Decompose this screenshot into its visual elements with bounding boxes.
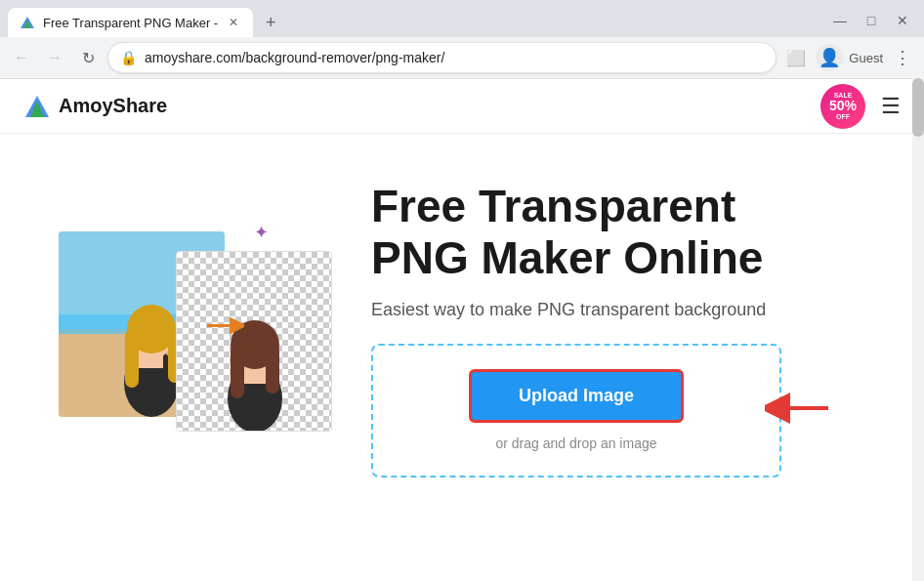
back-icon: ←: [14, 49, 29, 66]
nav-right: Sale 50% Off ☰: [820, 84, 901, 129]
refresh-button[interactable]: ↻: [74, 44, 102, 71]
sale-percent-text: 50%: [829, 99, 857, 113]
site-nav: AmoyShare Sale 50% Off ☰: [0, 79, 924, 134]
red-arrow-svg: [765, 389, 833, 428]
profile-button[interactable]: 👤: [816, 44, 843, 71]
after-person-svg: [177, 252, 332, 432]
image-demo: ✦ ✦: [59, 222, 332, 436]
hamburger-menu-button[interactable]: ☰: [881, 94, 901, 119]
profile-icon: 👤: [819, 47, 840, 68]
url-text: amoyshare.com/background-remover/png-mak…: [145, 50, 764, 65]
menu-dots-icon: ⋮: [894, 47, 911, 68]
upload-hint-text: or drag and drop an image: [496, 436, 657, 451]
svg-rect-11: [125, 329, 139, 388]
extensions-icon: ⬜: [786, 49, 806, 67]
new-tab-button[interactable]: +: [257, 9, 284, 36]
extensions-button[interactable]: ⬜: [782, 44, 810, 71]
main-content: ✦ ✦: [0, 134, 924, 524]
site-logo: AmoyShare: [23, 93, 167, 120]
logo-text: AmoyShare: [59, 95, 167, 117]
window-controls: — □ ✕: [826, 7, 916, 38]
back-button[interactable]: ←: [8, 44, 35, 71]
hamburger-icon: ☰: [881, 94, 901, 118]
tab-favicon-icon: [20, 15, 35, 30]
address-bar-row: ← → ↻ 🔒 amoyshare.com/background-remover…: [0, 37, 924, 78]
upload-zone[interactable]: Upload Image or drag and drop an image: [371, 344, 781, 477]
guest-label: Guest: [849, 51, 883, 65]
address-bar[interactable]: 🔒 amoyshare.com/background-remover/png-m…: [107, 42, 777, 73]
tab-bar: Free Transparent PNG Maker - ✕ + — □ ✕: [0, 0, 924, 37]
close-window-button[interactable]: ✕: [889, 7, 916, 34]
logo-icon: [23, 93, 51, 120]
browser-menu-button[interactable]: ⋮: [889, 44, 916, 71]
page-content: AmoyShare Sale 50% Off ☰ ✦ ✦: [0, 79, 924, 581]
refresh-icon: ↻: [82, 49, 95, 67]
arrow-svg: [205, 311, 244, 341]
scroll-thumb[interactable]: [912, 78, 924, 137]
red-arrow-indicator: [765, 389, 833, 432]
title-line1: Free Transparent: [371, 181, 735, 231]
tab-title: Free Transparent PNG Maker -: [43, 16, 218, 30]
checkered-background: [177, 252, 331, 431]
sparkle-icon-1: ✦: [254, 222, 269, 243]
sale-badge[interactable]: Sale 50% Off: [820, 84, 865, 129]
forward-button[interactable]: →: [41, 44, 68, 71]
scroll-track[interactable]: [912, 78, 924, 581]
sale-off-text: Off: [836, 113, 850, 120]
demo-after-image: [176, 251, 332, 432]
active-tab[interactable]: Free Transparent PNG Maker - ✕: [8, 8, 253, 37]
tab-close-button[interactable]: ✕: [226, 15, 241, 30]
maximize-button[interactable]: □: [858, 7, 885, 34]
forward-icon: →: [47, 49, 63, 66]
lock-icon: 🔒: [120, 50, 137, 65]
page-title: Free Transparent PNG Maker Online: [371, 181, 885, 284]
title-line2: PNG Maker Online: [371, 232, 763, 283]
upload-image-button[interactable]: Upload Image: [469, 369, 684, 423]
minimize-button[interactable]: —: [826, 7, 854, 34]
svg-rect-19: [231, 345, 244, 398]
svg-rect-20: [266, 345, 279, 394]
transform-arrow-icon: [205, 311, 244, 348]
browser-chrome: Free Transparent PNG Maker - ✕ + — □ ✕ ←…: [0, 0, 924, 79]
page-subtitle: Easiest way to make PNG transparent back…: [371, 300, 885, 320]
right-content: Free Transparent PNG Maker Online Easies…: [371, 181, 885, 477]
